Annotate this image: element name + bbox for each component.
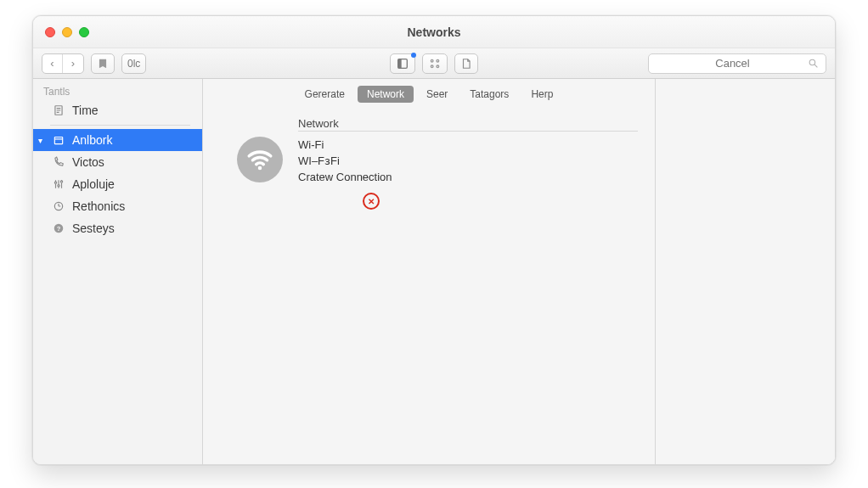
- sidebar-item-label: Sesteys: [72, 222, 115, 235]
- search-input[interactable]: [657, 57, 808, 70]
- forward-button[interactable]: ›: [63, 54, 83, 73]
- box-icon: [52, 133, 65, 147]
- chevron-right-icon: ›: [71, 57, 75, 70]
- sidebar-item-label: Rethonics: [72, 199, 125, 213]
- tab-seer[interactable]: Seer: [417, 86, 457, 103]
- flag-toolbar-button[interactable]: [91, 53, 115, 74]
- close-icon: ✕: [368, 197, 375, 206]
- svg-point-19: [60, 181, 62, 182]
- main-area: Gererate Network Seer Tatagors Herp Netw…: [203, 79, 835, 464]
- question-icon: ?: [52, 222, 65, 235]
- document-toolbar-button[interactable]: [454, 53, 478, 74]
- tab-gererate[interactable]: Gererate: [296, 86, 354, 103]
- sidebar-item-sesteys[interactable]: ? Sesteys: [33, 217, 202, 239]
- panel-toolbar-button[interactable]: [390, 53, 415, 74]
- panel-icon: [396, 57, 409, 70]
- sidebar-item-label: Aploluje: [72, 177, 115, 191]
- small-toolbar-button[interactable]: 0lc: [121, 53, 146, 74]
- svg-text:?: ?: [57, 225, 61, 233]
- svg-rect-1: [398, 59, 402, 68]
- tab-network[interactable]: Network: [358, 86, 414, 103]
- tab-label: Herp: [531, 88, 553, 100]
- svg-point-2: [431, 59, 433, 62]
- tabbar: Gererate Network Seer Tatagors Herp: [203, 86, 655, 103]
- zoom-window-button[interactable]: [79, 27, 89, 37]
- inspector-panel: [655, 79, 835, 464]
- svg-rect-12: [54, 137, 62, 144]
- search-field[interactable]: [648, 53, 826, 74]
- traffic-lights: [33, 27, 89, 37]
- search-icon: [808, 58, 819, 69]
- network-info-block: Wi-Fi WI–FɜFi Cratew Connection: [298, 137, 392, 185]
- svg-point-6: [809, 59, 815, 65]
- sidebar-item-label: Time: [72, 104, 99, 117]
- tab-label: Tatagors: [470, 88, 509, 100]
- tab-label: Network: [367, 88, 404, 100]
- sidebar-item-label: Anlbork: [72, 133, 112, 147]
- notification-dot-icon: [411, 53, 416, 58]
- flag-icon: [97, 58, 109, 70]
- window-body: Tantls Time ▾ Anlbork Victos: [33, 79, 835, 464]
- window-title: Networks: [33, 25, 835, 39]
- content-pane: Gererate Network Seer Tatagors Herp Netw…: [203, 79, 655, 464]
- window-frame: Networks ‹ › 0lc: [32, 15, 836, 465]
- sliders-icon: [428, 57, 442, 70]
- sidebar-header: Tantls: [33, 82, 202, 99]
- sidebar: Tantls Time ▾ Anlbork Victos: [33, 79, 203, 464]
- tab-label: Gererate: [305, 88, 345, 100]
- svg-point-18: [58, 185, 59, 187]
- back-button[interactable]: ‹: [42, 54, 63, 73]
- sidebar-divider: [50, 125, 190, 126]
- svg-point-3: [437, 59, 439, 62]
- chevron-left-icon: ‹: [50, 57, 54, 70]
- minimize-window-button[interactable]: [62, 27, 72, 37]
- section-heading: Network: [298, 117, 339, 130]
- sidebar-item-anlbork[interactable]: ▾ Anlbork: [33, 129, 202, 151]
- svg-point-5: [437, 65, 439, 68]
- close-window-button[interactable]: [45, 27, 55, 37]
- sidebar-item-time[interactable]: Time: [33, 99, 202, 121]
- section-divider: [298, 131, 638, 132]
- tab-herp[interactable]: Herp: [521, 86, 562, 103]
- svg-point-17: [54, 182, 56, 183]
- nav-group: ‹ ›: [42, 53, 84, 74]
- configure-toolbar-button[interactable]: [422, 53, 448, 74]
- svg-line-7: [814, 65, 817, 67]
- toolbar-center-group: [390, 53, 478, 74]
- svg-point-25: [258, 166, 262, 171]
- toolbar: ‹ › 0lc: [33, 48, 835, 79]
- sidebar-item-victos[interactable]: Victos: [33, 151, 202, 173]
- equalizer-icon: [52, 177, 65, 191]
- document-icon: [52, 104, 65, 117]
- small-toolbar-label: 0lc: [127, 58, 140, 70]
- wifi-icon: [237, 137, 283, 182]
- network-line: Cratew Connection: [298, 169, 392, 185]
- remove-connection-button[interactable]: ✕: [363, 193, 380, 210]
- titlebar: Networks: [33, 16, 835, 48]
- sidebar-item-label: Victos: [72, 155, 104, 169]
- svg-point-4: [431, 65, 433, 68]
- network-line: Wi-Fi: [298, 137, 392, 153]
- network-line: WI–FɜFi: [298, 153, 392, 169]
- clock-icon: [52, 199, 65, 213]
- sidebar-item-apoluje[interactable]: Aploluje: [33, 173, 202, 195]
- sidebar-item-rethonics[interactable]: Rethonics: [33, 195, 202, 217]
- tab-tatagors[interactable]: Tatagors: [460, 86, 518, 103]
- document-icon: [460, 57, 472, 70]
- chevron-down-icon: ▾: [38, 136, 42, 145]
- tab-label: Seer: [426, 88, 448, 100]
- phone-icon: [52, 155, 65, 169]
